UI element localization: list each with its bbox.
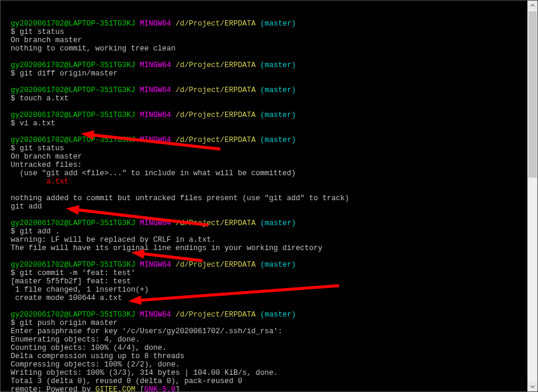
- prompt-path: /d/Project/ERPDATA: [176, 111, 256, 119]
- blank-line: [11, 252, 537, 261]
- command-line: $ git status: [11, 28, 537, 36]
- prompt-userhost: gy2020061702@LAPTOP-351TG3KJ: [11, 311, 135, 319]
- output-line: Untracked files:: [11, 161, 537, 169]
- output-line: remote: Powered by GITEE.COM [GNK-5.0]: [11, 385, 537, 392]
- output-line: Total 3 (delta 0), reused 0 (delta 0), p…: [11, 377, 537, 385]
- prompt-userhost: gy2020061702@LAPTOP-351TG3KJ: [11, 111, 135, 119]
- prompt-mingw: MINGW64: [140, 311, 172, 319]
- command-text: $ git status: [11, 144, 64, 153]
- prompt-mingw: MINGW64: [140, 111, 172, 119]
- prompt-branch: (master): [260, 311, 296, 319]
- scroll-down-button[interactable]: [528, 382, 537, 391]
- output-line: git add: [11, 203, 537, 211]
- prompt-mingw: MINGW64: [140, 219, 172, 227]
- command-line: $ vi a.txt: [11, 119, 537, 128]
- prompt-branch: (master): [260, 136, 296, 144]
- prompt-line: gy2020061702@LAPTOP-351TG3KJ MINGW64 /d/…: [11, 20, 537, 28]
- output-line: [11, 186, 537, 194]
- output-line: The file will have its original line end…: [11, 244, 537, 252]
- prompt-branch: (master): [260, 219, 296, 227]
- blank-line: [11, 128, 537, 136]
- prompt-line: gy2020061702@LAPTOP-351TG3KJ MINGW64 /d/…: [11, 311, 537, 319]
- prompt-userhost: gy2020061702@LAPTOP-351TG3KJ: [11, 61, 135, 69]
- prompt-path: /d/Project/ERPDATA: [176, 261, 256, 269]
- prompt-path: /d/Project/ERPDATA: [176, 219, 256, 227]
- vertical-scrollbar[interactable]: [527, 1, 537, 391]
- output-line: (use "git add <file>..." to include in w…: [11, 169, 537, 178]
- scroll-thumb[interactable]: [528, 11, 537, 178]
- prompt-mingw: MINGW64: [140, 261, 172, 269]
- command-text: $ git diff origin/master: [11, 69, 118, 78]
- command-line: $ git add .: [11, 227, 537, 236]
- command-line: $ touch a.txt: [11, 94, 537, 103]
- output-line: 1 file changed, 1 insertion(+): [11, 286, 537, 294]
- prompt-path: /d/Project/ERPDATA: [176, 136, 256, 144]
- prompt-branch: (master): [260, 111, 296, 119]
- blank-line: [11, 78, 537, 86]
- output-line: On branch master: [11, 153, 537, 161]
- blank-line: [11, 53, 537, 61]
- command-text: $ vi a.txt: [11, 119, 55, 128]
- output-line: [master 5f5fb2f] feat: test: [11, 277, 537, 286]
- output-line: warning: LF will be replaced by CRLF in …: [11, 236, 537, 244]
- prompt-branch: (master): [260, 261, 296, 269]
- prompt-line: gy2020061702@LAPTOP-351TG3KJ MINGW64 /d/…: [11, 136, 537, 144]
- output-line: nothing to commit, working tree clean: [11, 45, 537, 53]
- prompt-branch: (master): [260, 86, 296, 94]
- prompt-mingw: MINGW64: [140, 86, 172, 94]
- prompt-line: gy2020061702@LAPTOP-351TG3KJ MINGW64 /d/…: [11, 111, 537, 119]
- command-line: $ git diff origin/master: [11, 69, 537, 78]
- output-line: Counting objects: 100% (4/4), done.: [11, 344, 537, 352]
- output-line: Enumerating objects: 4, done.: [11, 336, 537, 344]
- prompt-path: /d/Project/ERPDATA: [176, 61, 256, 69]
- terminal-output: gy2020061702@LAPTOP-351TG3KJ MINGW64 /d/…: [11, 20, 537, 392]
- prompt-branch: (master): [260, 61, 296, 69]
- prompt-userhost: gy2020061702@LAPTOP-351TG3KJ: [11, 20, 135, 28]
- prompt-userhost: gy2020061702@LAPTOP-351TG3KJ: [11, 136, 135, 144]
- output-line: Enter passphrase for key '/c/Users/gy202…: [11, 327, 537, 336]
- prompt-line: gy2020061702@LAPTOP-351TG3KJ MINGW64 /d/…: [11, 61, 537, 69]
- chevron-up-icon: [530, 3, 535, 8]
- command-text: $ git commit -m 'feat: test': [11, 269, 135, 277]
- output-line: Delta compression using up to 8 threads: [11, 352, 537, 361]
- output-line: nothing added to commit but untracked fi…: [11, 194, 537, 203]
- blank-line: [11, 103, 537, 111]
- command-line: $ git push origin master: [11, 319, 537, 327]
- prompt-userhost: gy2020061702@LAPTOP-351TG3KJ: [11, 219, 135, 227]
- blank-line: [11, 211, 537, 219]
- output-line: On branch master: [11, 36, 537, 45]
- command-text: $ touch a.txt: [11, 94, 69, 103]
- prompt-line: gy2020061702@LAPTOP-351TG3KJ MINGW64 /d/…: [11, 219, 537, 227]
- output-line: a.txt: [11, 178, 537, 186]
- prompt-path: /d/Project/ERPDATA: [176, 311, 256, 319]
- prompt-mingw: MINGW64: [140, 61, 172, 69]
- prompt-path: /d/Project/ERPDATA: [176, 20, 256, 28]
- command-text: $ git status: [11, 28, 64, 36]
- prompt-userhost: gy2020061702@LAPTOP-351TG3KJ: [11, 86, 135, 94]
- command-text: $ git add .: [11, 227, 60, 236]
- prompt-mingw: MINGW64: [140, 136, 172, 144]
- prompt-mingw: MINGW64: [140, 20, 172, 28]
- prompt-line: gy2020061702@LAPTOP-351TG3KJ MINGW64 /d/…: [11, 86, 537, 94]
- output-line: Compressing objects: 100% (2/2), done.: [11, 361, 537, 369]
- command-line: $ git status: [11, 144, 537, 153]
- prompt-branch: (master): [260, 20, 296, 28]
- blank-line: [11, 302, 537, 311]
- command-text: $ git push origin master: [11, 319, 118, 327]
- output-line: create mode 100644 a.txt: [11, 294, 537, 302]
- chevron-down-icon: [530, 384, 535, 389]
- prompt-path: /d/Project/ERPDATA: [176, 86, 256, 94]
- scroll-up-button[interactable]: [528, 1, 537, 10]
- prompt-line: gy2020061702@LAPTOP-351TG3KJ MINGW64 /d/…: [11, 261, 537, 269]
- command-line: $ git commit -m 'feat: test': [11, 269, 537, 277]
- output-line: Writing objects: 100% (3/3), 314 bytes |…: [11, 369, 537, 377]
- prompt-userhost: gy2020061702@LAPTOP-351TG3KJ: [11, 261, 135, 269]
- terminal-window[interactable]: gy2020061702@LAPTOP-351TG3KJ MINGW64 /d/…: [0, 0, 538, 392]
